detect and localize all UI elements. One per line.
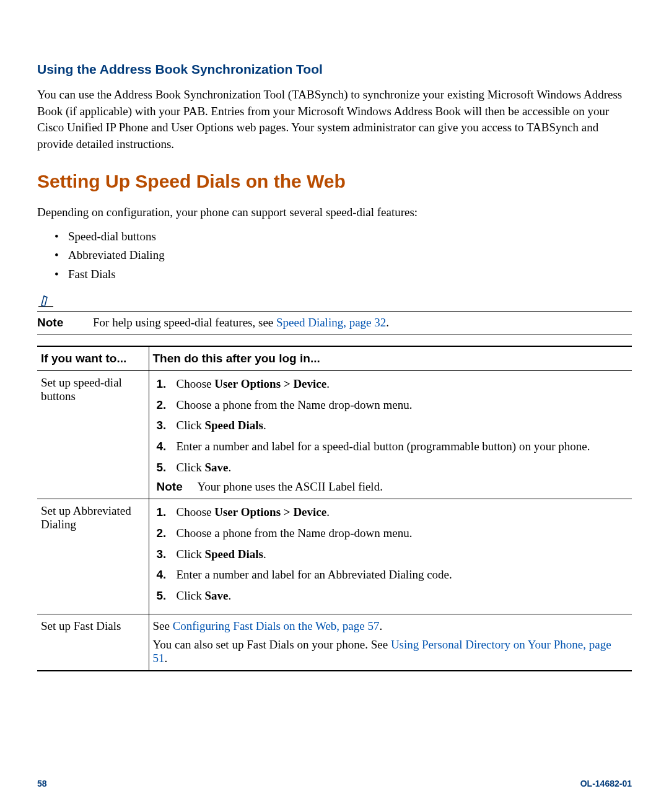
section2-lead: Depending on configuration, your phone c… (37, 204, 632, 221)
table-right-cell: See Configuring Fast Dials on the Web, p… (149, 614, 632, 671)
step-item: Choose a phone from the Name drop-down m… (153, 525, 629, 541)
row3-line1: See Configuring Fast Dials on the Web, p… (153, 619, 629, 633)
bullet-item: Abbreviated Dialing (37, 246, 632, 264)
table-left-cell: Set up Fast Dials (37, 614, 149, 671)
table-left-cell: Set up Abbreviated Dialing (37, 499, 149, 614)
pencil-icon (38, 295, 632, 310)
svg-marker-1 (42, 296, 47, 307)
table-header-col1: If you want to... (37, 346, 149, 371)
section1-title: Using the Address Book Synchronization T… (37, 62, 632, 77)
bullet-list: Speed-dial buttons Abbreviated Dialing F… (37, 227, 632, 284)
step-item: Click Save. (153, 588, 629, 604)
inner-note-text: Your phone uses the ASCII Label field. (198, 480, 383, 494)
note-text: For help using speed-dial features, see … (93, 316, 389, 330)
bullet-item: Speed-dial buttons (37, 227, 632, 246)
step-item: Enter a number and label for an Abbrevia… (153, 567, 629, 583)
fast-dials-link[interactable]: Configuring Fast Dials on the Web, page … (173, 619, 380, 632)
note-block: Note For help using speed-dial features,… (37, 295, 632, 334)
svg-line-2 (44, 296, 47, 297)
step-item: Click Speed Dials. (153, 417, 629, 434)
speed-dial-table: If you want to... Then do this after you… (37, 346, 632, 671)
page-number: 58 (37, 779, 47, 788)
step-item: Choose User Options > Device. (153, 504, 629, 520)
note-label: Note (37, 316, 93, 330)
row3-line2: You can also set up Fast Dials on your p… (153, 638, 629, 665)
step-item: Choose a phone from the Name drop-down m… (153, 397, 629, 413)
step-item: Click Speed Dials. (153, 546, 629, 562)
table-row: Set up Abbreviated Dialing Choose User O… (37, 499, 632, 614)
table-row: Set up Fast Dials See Configuring Fast D… (37, 614, 632, 671)
step-list: Choose User Options > Device. Choose a p… (153, 504, 629, 603)
section1-body: You can use the Address Book Synchroniza… (37, 87, 632, 152)
step-item: Choose User Options > Device. (153, 376, 629, 392)
bullet-item: Fast Dials (37, 265, 632, 284)
note-link[interactable]: Speed Dialing, page 32 (276, 316, 386, 329)
doc-id: OL-14682-01 (580, 779, 632, 788)
inner-note-label: Note (153, 480, 198, 494)
section2-title: Setting Up Speed Dials on the Web (37, 171, 632, 192)
table-right-cell: Choose User Options > Device. Choose a p… (149, 371, 632, 499)
table-left-cell: Set up speed-dial buttons (37, 371, 149, 499)
table-header-col2: Then do this after you log in... (149, 346, 632, 371)
inner-note: Note Your phone uses the ASCII Label fie… (153, 480, 629, 494)
step-list: Choose User Options > Device. Choose a p… (153, 376, 629, 475)
table-row: Set up speed-dial buttons Choose User Op… (37, 371, 632, 499)
step-item: Enter a number and label for a speed-dia… (153, 439, 629, 455)
table-right-cell: Choose User Options > Device. Choose a p… (149, 499, 632, 614)
step-item: Click Save. (153, 460, 629, 476)
page-footer: 58 OL-14682-01 (37, 779, 632, 788)
